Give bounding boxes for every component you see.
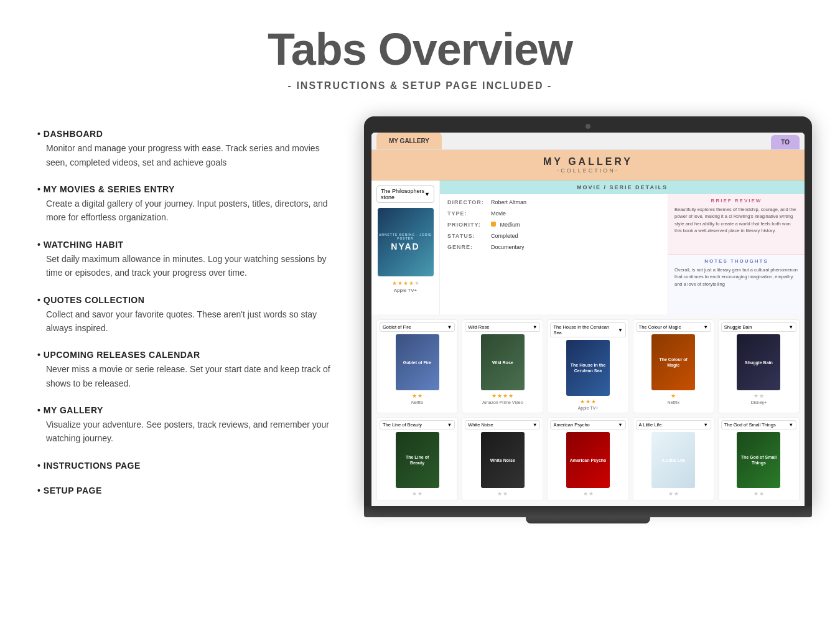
grid-item-title: White Noise [468, 422, 493, 428]
feature-desc: Monitor and manage your progress with ea… [37, 141, 336, 169]
grid-dropdown[interactable]: ▼ [703, 324, 707, 330]
grid-item: American Psycho ▼ American Psycho ★★ [547, 417, 628, 501]
grid-item-title: American Psycho [553, 422, 589, 428]
details-header: MOVIE / SERIE DETAILS [440, 181, 805, 194]
laptop-stand [526, 517, 650, 523]
grid-item-header[interactable]: The Line of Beauty ▼ [380, 420, 455, 429]
grid-item: The House in the Cerulean Sea ▼ The Hous… [547, 319, 628, 413]
review-text: Beautifully explores themes of friendshi… [674, 206, 798, 234]
poster-stars: ★ ★ ★ ★ ★ [392, 280, 419, 286]
feature-desc: Create a digital gallery of your journey… [37, 197, 336, 225]
type-value: Movie [491, 210, 506, 217]
grid-item: The God of Small Things ▼ The God of Sma… [718, 417, 800, 501]
page-header: Tabs Overview - INSTRUCTIONS & SETUP PAG… [0, 0, 840, 104]
star: ★ [503, 393, 508, 399]
grid-stars: ★ [671, 393, 676, 399]
notes-section: NOTES THOUGHTS Overall, is not just a li… [668, 255, 805, 314]
camera [586, 124, 590, 129]
director-label: DIRECTOR: [447, 199, 491, 205]
grid-platform: Netflix [411, 400, 423, 405]
grid-dropdown[interactable]: ▼ [703, 422, 707, 428]
grid-dropdown[interactable]: ▼ [618, 327, 622, 333]
grid-poster: The House in the Cerulean Sea [566, 340, 610, 396]
grid-stars: ★★ [754, 393, 764, 399]
screen-inner: MY GALLERY TO MY GALLERY -COLLECTION- [371, 133, 805, 506]
grid-row: The Line of Beauty ▼ The Line of Beauty … [376, 417, 800, 501]
star: ★ [418, 490, 422, 497]
grid-item-header[interactable]: American Psycho ▼ [550, 420, 625, 429]
grid-dropdown[interactable]: ▼ [533, 324, 537, 330]
genre-label: GENRE: [447, 244, 491, 250]
grid-item: Shuggie Bain ▼ Shuggie Bain ★★ Disney+ [718, 319, 800, 413]
grid-stars: ★★ [412, 490, 422, 497]
star: ★ [497, 393, 502, 399]
grid-item-header[interactable]: Wild Rose ▼ [465, 322, 540, 332]
dropdown-arrow: ▼ [424, 191, 430, 197]
grid-item-header[interactable]: A Little Life ▼ [636, 420, 711, 429]
star: ★ [508, 393, 513, 399]
grid-dropdown[interactable]: ▼ [789, 422, 793, 428]
grid-item-header[interactable]: The Colour of Magic ▼ [636, 322, 711, 332]
feature-item: WATCHING HABITSet daily maximum allowanc… [37, 240, 336, 280]
feature-title: SETUP PAGE [37, 486, 336, 495]
grid-dropdown[interactable]: ▼ [447, 422, 452, 428]
feature-item: DASHBOARDMonitor and manage your progres… [37, 129, 336, 169]
status-label: STATUS: [447, 233, 491, 239]
screen-bezel: MY GALLERY TO MY GALLERY -COLLECTION- [364, 116, 812, 506]
grid-dropdown[interactable]: ▼ [789, 324, 793, 330]
detail-priority: PRIORITY: Medium [447, 222, 660, 228]
director-value: Robert Altman [491, 199, 526, 205]
grid-item-title: The House in the Cerulean Sea [553, 324, 618, 335]
laptop-frame: MY GALLERY TO MY GALLERY -COLLECTION- [364, 116, 812, 523]
grid-item-title: The Line of Beauty [383, 422, 422, 428]
star: ★ [754, 490, 758, 497]
tab-to[interactable]: TO [771, 135, 800, 149]
feature-title: UPCOMING RELEASES CALENDAR [37, 350, 336, 360]
gallery-subtitle: -COLLECTION- [384, 167, 792, 174]
platform-label: Apple TV+ [394, 288, 417, 293]
grid-dropdown[interactable]: ▼ [618, 422, 622, 428]
grid-item-header[interactable]: Shuggie Bain ▼ [721, 322, 796, 332]
grid-item-header[interactable]: White Noise ▼ [465, 420, 540, 429]
grid-dropdown[interactable]: ▼ [447, 324, 452, 330]
tab-bar: MY GALLERY TO [371, 133, 805, 150]
grid-stars: ★★ [412, 393, 422, 399]
grid-poster: White Noise [481, 432, 525, 488]
grid-item-title: A Little Life [639, 422, 662, 428]
review-section: BRIEF REVIEW Beautifully explores themes… [668, 194, 805, 255]
main-layout: DASHBOARDMonitor and manage your progres… [0, 104, 840, 536]
gallery-title: MY GALLERY [384, 156, 792, 167]
feature-desc: Visualize your adventure. See posters, t… [37, 418, 336, 446]
star: ★ [671, 393, 676, 399]
grid-item: The Colour of Magic ▼ The Colour of Magi… [633, 319, 714, 413]
grid-item: The Line of Beauty ▼ The Line of Beauty … [376, 417, 458, 501]
star: ★ [589, 490, 594, 497]
detail-status: STATUS: Completed [447, 233, 660, 239]
tab-gallery[interactable]: MY GALLERY [376, 133, 442, 149]
grid-platform: Disney+ [751, 400, 767, 405]
grid-item: Goblet of Fire ▼ Goblet of Fire ★★ Netfl… [376, 319, 458, 413]
star: ★ [759, 490, 764, 497]
grid-poster: American Psycho [566, 432, 610, 488]
star: ★ [503, 490, 508, 497]
grid-item-header[interactable]: Goblet of Fire ▼ [380, 322, 455, 332]
priority-value: Medium [491, 222, 520, 228]
star: ★ [497, 490, 502, 497]
poster-nyad-title: NYAD [391, 242, 419, 251]
status-value: Completed [491, 233, 518, 239]
feature-title: DASHBOARD [37, 129, 336, 139]
feature-title: MY MOVIES & SERIES ENTRY [37, 184, 336, 194]
grid-item-header[interactable]: The God of Small Things ▼ [721, 420, 796, 429]
gallery-app: MY GALLERY TO MY GALLERY -COLLECTION- [371, 133, 805, 506]
grid-item-header[interactable]: The House in the Cerulean Sea ▼ [550, 322, 625, 337]
grid-poster: Shuggie Bain [737, 334, 780, 390]
mockup-column: MY GALLERY TO MY GALLERY -COLLECTION- [361, 116, 815, 523]
detail-genre: GENRE: Documentary [447, 244, 660, 250]
gallery-content: The Philosophers stone ▼ ANNETTE BENING … [371, 181, 805, 314]
item-selector[interactable]: The Philosophers stone ▼ [376, 185, 434, 203]
feature-item: INSTRUCTIONS PAGE [37, 461, 336, 471]
star: ★ [412, 490, 417, 497]
grid-dropdown[interactable]: ▼ [533, 422, 537, 428]
star: ★ [492, 393, 497, 399]
feature-item: SETUP PAGE [37, 486, 336, 495]
